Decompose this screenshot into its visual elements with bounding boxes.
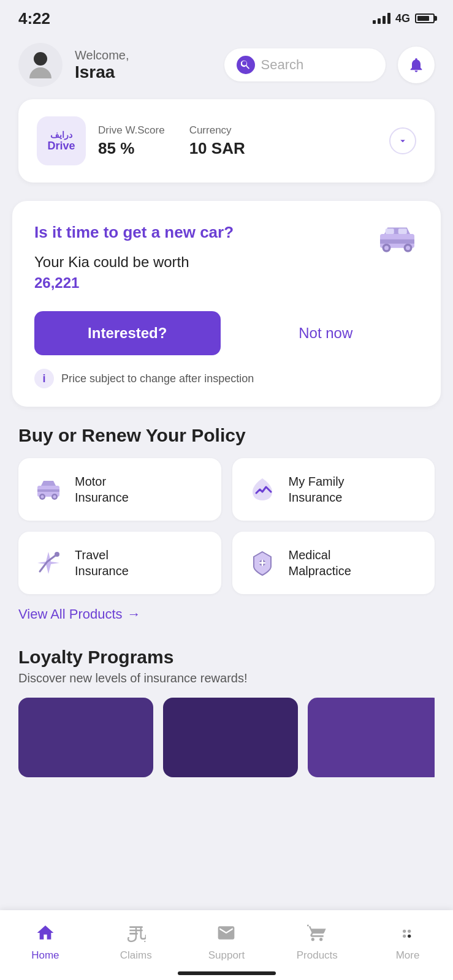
- car-actions: Interested? Not now: [34, 311, 419, 355]
- avatar-head: [34, 52, 47, 66]
- view-all-products-button[interactable]: View All Products →: [0, 606, 453, 622]
- info-icon: i: [34, 369, 54, 388]
- search-bar[interactable]: Search: [224, 48, 386, 81]
- drive-expand-button[interactable]: [389, 127, 416, 154]
- svg-rect-7: [380, 239, 414, 244]
- car-card-value: 26,221: [34, 274, 79, 291]
- home-nav-icon: [32, 920, 58, 946]
- loyalty-card-2[interactable]: [163, 698, 298, 777]
- header: Welcome, Israa Search: [0, 37, 453, 99]
- car-value-card: Is it time to get a new car? Your Kia co…: [12, 201, 441, 407]
- travel-insurance-label: TravelInsurance: [75, 547, 129, 579]
- svg-point-20: [408, 935, 411, 938]
- nav-item-more[interactable]: More: [383, 920, 432, 962]
- loyalty-card-1[interactable]: [18, 698, 153, 777]
- drive-currency-stat: Currency 10 SAR: [189, 124, 245, 158]
- drive-currency-value: 10 SAR: [189, 139, 245, 158]
- svg-point-19: [403, 935, 406, 938]
- welcome-name: Israa: [75, 62, 212, 82]
- more-nav-label: More: [396, 949, 420, 962]
- drive-score-value: 85 %: [98, 139, 165, 158]
- support-nav-icon: [213, 920, 239, 946]
- loyalty-subtitle: Discover new levels of insurance rewards…: [18, 671, 435, 685]
- policy-section-title: Buy or Renew Your Policy: [0, 425, 453, 446]
- drive-card: درايف Drive Drive W.Score 85 % Currency …: [18, 99, 435, 183]
- nav-item-claims[interactable]: ريال Claims: [112, 920, 161, 962]
- status-time: 4:22: [18, 9, 50, 28]
- home-indicator: [178, 971, 276, 975]
- medical-malpractice-label: MedicalMalpractice: [289, 547, 351, 579]
- view-all-label: View All Products: [18, 606, 123, 622]
- battery-icon: [415, 13, 435, 23]
- status-icons: 4G: [373, 12, 435, 25]
- drive-currency-label: Currency: [189, 124, 245, 137]
- claims-nav-icon: ريال: [123, 920, 149, 946]
- drive-score-label: Drive W.Score: [98, 124, 165, 137]
- drive-score-stat: Drive W.Score 85 %: [98, 124, 165, 158]
- support-nav-label: Support: [208, 949, 245, 962]
- avatar-body: [29, 67, 51, 78]
- car-card-question: Is it time to get a new car?: [34, 223, 419, 242]
- more-nav-icon: [395, 920, 421, 946]
- loyalty-card-3[interactable]: [308, 698, 435, 777]
- bottom-nav: Home ريال Claims Support Products: [0, 910, 453, 980]
- notification-button[interactable]: [398, 47, 435, 83]
- travel-insurance-icon: [32, 546, 65, 579]
- nav-item-home[interactable]: Home: [21, 920, 70, 962]
- svg-point-6: [406, 246, 410, 250]
- family-insurance-icon: [246, 473, 279, 506]
- family-insurance-label: My FamilyInsurance: [289, 473, 345, 505]
- svg-point-18: [408, 930, 411, 933]
- loyalty-title: Loyalty Programs: [18, 647, 435, 668]
- search-icon: [237, 56, 255, 74]
- policy-card-motor[interactable]: MotorInsurance: [18, 458, 221, 521]
- svg-rect-1: [386, 228, 394, 234]
- interested-button[interactable]: Interested?: [34, 311, 221, 355]
- welcome-greeting: Welcome,: [75, 48, 212, 62]
- not-now-button[interactable]: Not now: [233, 325, 419, 342]
- status-bar: 4:22 4G: [0, 0, 453, 37]
- svg-point-14: [55, 552, 59, 557]
- network-label: 4G: [395, 12, 410, 25]
- medical-malpractice-icon: [246, 546, 279, 579]
- price-note: i Price subject to change after inspecti…: [34, 369, 419, 388]
- car-icon: [376, 223, 419, 256]
- avatar: [18, 43, 63, 87]
- svg-point-12: [53, 496, 56, 499]
- nav-item-support[interactable]: Support: [202, 920, 251, 962]
- policy-card-medical[interactable]: MedicalMalpractice: [232, 532, 435, 594]
- claims-nav-label: Claims: [120, 949, 152, 962]
- svg-point-17: [403, 930, 406, 933]
- search-placeholder: Search: [261, 57, 304, 73]
- svg-point-4: [384, 246, 389, 250]
- products-nav-label: Products: [297, 949, 338, 962]
- car-card-description: Your Kia could be worth 26,221: [34, 252, 419, 293]
- svg-rect-13: [37, 489, 59, 492]
- motor-insurance-label: MotorInsurance: [75, 473, 129, 505]
- policy-grid: MotorInsurance My FamilyInsurance Trave: [0, 458, 453, 594]
- view-all-arrow-icon: →: [128, 606, 141, 622]
- loyalty-cards-row: [18, 698, 435, 777]
- drive-stats: Drive W.Score 85 % Currency 10 SAR: [98, 124, 377, 158]
- drive-arabic-text: درايف: [47, 130, 75, 140]
- svg-rect-2: [398, 228, 407, 234]
- signal-icon: [373, 13, 390, 24]
- nav-item-products[interactable]: Products: [292, 920, 341, 962]
- drive-logo: درايف Drive: [37, 116, 86, 165]
- policy-card-family[interactable]: My FamilyInsurance: [232, 458, 435, 521]
- policy-card-travel[interactable]: TravelInsurance: [18, 532, 221, 594]
- drive-english-text: Drive: [47, 140, 75, 153]
- svg-point-10: [41, 496, 44, 499]
- welcome-text: Welcome, Israa: [75, 48, 212, 82]
- loyalty-section: Loyalty Programs Discover new levels of …: [0, 647, 453, 777]
- products-nav-icon: [304, 920, 330, 946]
- price-note-text: Price subject to change after inspection: [61, 372, 254, 385]
- motor-insurance-icon: [32, 473, 65, 506]
- home-nav-label: Home: [31, 949, 59, 962]
